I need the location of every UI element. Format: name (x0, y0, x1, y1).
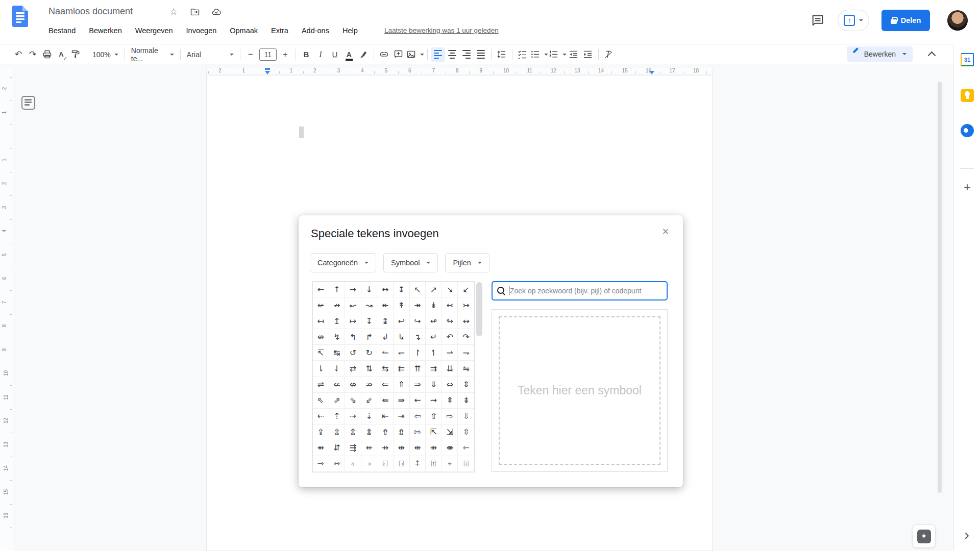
symbol-cell[interactable]: ⇑ (394, 377, 410, 393)
symbol-cell[interactable]: ⇿ (329, 456, 346, 472)
symbol-cell[interactable]: ⇭ (361, 424, 378, 440)
symbol-cell[interactable]: ⇠ (313, 409, 329, 424)
symbol-cell[interactable]: ↺ (345, 345, 361, 361)
text-color-button[interactable]: A (342, 47, 356, 62)
symbol-cell[interactable]: ⇛ (394, 393, 410, 409)
symbol-cell[interactable]: ⇨ (442, 409, 458, 424)
google-docs-logo-icon[interactable] (12, 6, 28, 27)
symbol-cell[interactable]: ↱ (361, 329, 378, 345)
symbol-cell[interactable]: ↛ (329, 297, 346, 313)
symbol-cell[interactable]: ⇧ (426, 409, 442, 424)
symbol-cell[interactable]: ↷ (458, 329, 474, 345)
symbol-cell[interactable]: ⍐ (426, 456, 442, 472)
horizontal-ruler[interactable]: 21123456789101112131415161718 (206, 67, 713, 75)
symbol-cell[interactable]: ⇽ (458, 440, 474, 456)
symbol-cell[interactable]: ↦ (345, 313, 361, 329)
symbol-cell[interactable]: ↠ (410, 297, 426, 313)
symbol-cell[interactable]: ⇖ (313, 393, 329, 409)
insert-link-button[interactable] (377, 47, 391, 62)
symbol-cell[interactable]: ↩ (394, 313, 410, 329)
symbol-cell[interactable]: ⇟ (458, 393, 474, 409)
cloud-status-icon[interactable] (211, 7, 222, 17)
symbol-cell[interactable]: ⍅ (345, 456, 361, 472)
symbol-cell[interactable]: ↻ (361, 345, 378, 361)
symbol-cell[interactable]: ⇊ (442, 361, 458, 377)
add-comment-button[interactable] (391, 47, 406, 62)
move-to-folder-icon[interactable] (190, 7, 200, 17)
align-left-button[interactable] (431, 47, 445, 62)
symbol-cell[interactable]: ⇫ (329, 424, 346, 440)
justify-button[interactable] (474, 47, 488, 62)
google-calendar-icon[interactable]: 31 (961, 53, 974, 66)
symbol-cell[interactable]: ↔ (377, 282, 394, 297)
symbol-cell[interactable]: ⇸ (377, 440, 394, 456)
grid-scrollbar[interactable] (476, 282, 482, 336)
symbol-cell[interactable]: ⇄ (345, 361, 361, 377)
symbol-cell[interactable]: ⇌ (313, 377, 329, 393)
symbol-cell[interactable]: ↵ (426, 329, 442, 345)
symbol-cell[interactable]: ⇷ (361, 440, 378, 456)
symbol-cell[interactable]: ⇋ (458, 361, 474, 377)
symbol-cell[interactable]: ↲ (377, 329, 394, 345)
menu-invoegen[interactable]: Invoegen (182, 24, 222, 37)
symbol-cell[interactable]: ⇚ (377, 393, 394, 409)
symbol-cell[interactable]: ↾ (410, 345, 426, 361)
symbol-cell[interactable]: ↼ (377, 345, 394, 361)
insert-image-button[interactable] (406, 47, 424, 62)
zoom-select[interactable]: 100% (89, 47, 121, 62)
symbol-cell[interactable]: ⇳ (458, 424, 474, 440)
symbol-cell[interactable]: ⇅ (361, 361, 378, 377)
spelling-check-button[interactable]: A ✓ (54, 47, 68, 62)
symbol-cell[interactable]: ⇢ (345, 409, 361, 424)
symbol-cell[interactable]: ⍖ (442, 456, 458, 472)
symbol-cell[interactable]: ↘ (442, 282, 458, 297)
symbol-cell[interactable]: ↧ (361, 313, 378, 329)
symbol-cell[interactable]: ⇦ (410, 409, 426, 424)
increase-indent-button[interactable] (581, 47, 595, 62)
symbol-cell[interactable]: ⇐ (377, 377, 394, 393)
font-select[interactable]: Arial (184, 47, 237, 62)
symbol-cell[interactable]: ← (313, 282, 329, 297)
symbol-cell[interactable]: ⇯ (394, 424, 410, 440)
symbol-cell[interactable]: ↿ (426, 345, 442, 361)
increase-font-size-button[interactable]: + (278, 47, 292, 62)
symbol-draw-pad[interactable]: Teken hier een symbool (492, 309, 668, 472)
symbol-cell[interactable]: ↳ (394, 329, 410, 345)
symbol-cell[interactable]: ⇰ (410, 424, 426, 440)
symbol-cell[interactable]: ⇺ (410, 440, 426, 456)
menu-help[interactable]: Help (338, 24, 362, 37)
numbered-list-button[interactable] (548, 47, 567, 62)
menu-extra[interactable]: Extra (266, 24, 293, 37)
symbol-cell[interactable]: ↶ (442, 329, 458, 345)
symbol-cell[interactable]: ⇣ (361, 409, 378, 424)
symbol-cell[interactable]: ⇲ (442, 424, 458, 440)
symbol-cell[interactable]: → (345, 282, 361, 297)
symbol-cell[interactable]: ↽ (394, 345, 410, 361)
symbol-cell[interactable]: ↪ (410, 313, 426, 329)
menu-bewerken[interactable]: Bewerken (84, 24, 126, 37)
paint-format-button[interactable] (68, 47, 83, 62)
underline-button[interactable]: U (328, 47, 342, 62)
document-scrollbar[interactable] (938, 82, 942, 493)
print-button[interactable] (40, 47, 54, 62)
line-spacing-button[interactable] (495, 47, 509, 62)
symbol-cell[interactable]: ↰ (345, 329, 361, 345)
symbol-cell[interactable]: ↗ (426, 282, 442, 297)
symbol-cell[interactable]: ⇎ (345, 377, 361, 393)
symbol-cell[interactable]: ↥ (329, 313, 346, 329)
menu-addons[interactable]: Add-ons (297, 24, 334, 37)
symbol-cell[interactable]: ↙ (458, 282, 474, 297)
symbol-cell[interactable]: ⇾ (313, 456, 329, 472)
symbol-cell[interactable]: ⇉ (426, 361, 442, 377)
show-document-outline-icon[interactable] (21, 96, 35, 110)
symbol-cell[interactable]: ⇹ (394, 440, 410, 456)
symbol-cell[interactable]: ⇝ (426, 393, 442, 409)
symbol-cell[interactable]: ⇔ (442, 377, 458, 393)
menu-bestand[interactable]: Bestand (44, 24, 80, 37)
symbol-cell[interactable]: ⇵ (329, 440, 346, 456)
symbol-cell[interactable]: ⇩ (458, 409, 474, 424)
hide-side-panel-icon[interactable]: › (959, 525, 975, 544)
clear-formatting-button[interactable] (602, 47, 616, 62)
symbol-cell[interactable]: ↡ (426, 297, 442, 313)
symbol-cell[interactable]: ⇓ (426, 377, 442, 393)
